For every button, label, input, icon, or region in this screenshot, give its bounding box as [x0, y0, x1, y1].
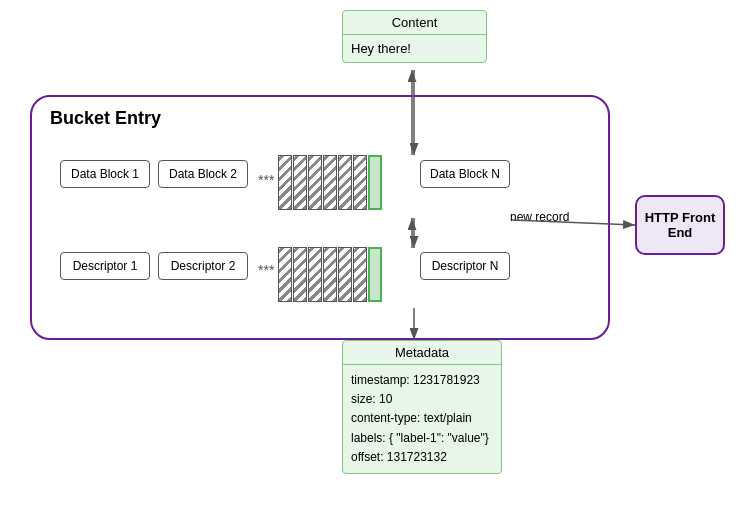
- striped-block: [353, 247, 367, 302]
- content-title: Content: [343, 11, 486, 35]
- bucket-entry-label: Bucket Entry: [50, 108, 161, 129]
- striped-block: [293, 155, 307, 210]
- metadata-box: Metadata timestamp: 1231781923 size: 10 …: [342, 340, 502, 474]
- striped-block: [278, 155, 292, 210]
- descriptor-2: Descriptor 2: [158, 252, 248, 280]
- metadata-timestamp: timestamp: 1231781923: [351, 371, 493, 390]
- striped-group-bottom: [278, 247, 383, 302]
- striped-block: [293, 247, 307, 302]
- striped-group-top: [278, 155, 383, 210]
- content-body: Hey there!: [343, 35, 486, 62]
- metadata-size: size: 10: [351, 390, 493, 409]
- striped-block: [308, 247, 322, 302]
- descriptor-1: Descriptor 1: [60, 252, 150, 280]
- data-block-n: Data Block N: [420, 160, 510, 188]
- content-box: Content Hey there!: [342, 10, 487, 63]
- ellipsis-bottom: ***: [258, 262, 274, 278]
- metadata-body: timestamp: 1231781923 size: 10 content-t…: [343, 365, 501, 473]
- striped-block: [338, 155, 352, 210]
- striped-block-highlight: [368, 155, 382, 210]
- http-frontend-box: HTTP Front End: [635, 195, 725, 255]
- striped-block: [278, 247, 292, 302]
- metadata-offset: offset: 131723132: [351, 448, 493, 467]
- ellipsis-top: ***: [258, 172, 274, 188]
- striped-block-highlight: [368, 247, 382, 302]
- striped-block: [353, 155, 367, 210]
- new-record-label: new record: [510, 210, 569, 224]
- data-block-2: Data Block 2: [158, 160, 248, 188]
- metadata-labels: labels: { "label-1": "value"}: [351, 429, 493, 448]
- striped-block: [338, 247, 352, 302]
- striped-block: [323, 247, 337, 302]
- metadata-content-type: content-type: text/plain: [351, 409, 493, 428]
- descriptor-n: Descriptor N: [420, 252, 510, 280]
- data-block-1: Data Block 1: [60, 160, 150, 188]
- diagram: Content Hey there! Bucket Entry Data Blo…: [0, 0, 739, 530]
- metadata-title: Metadata: [343, 341, 501, 365]
- striped-block: [308, 155, 322, 210]
- striped-block: [323, 155, 337, 210]
